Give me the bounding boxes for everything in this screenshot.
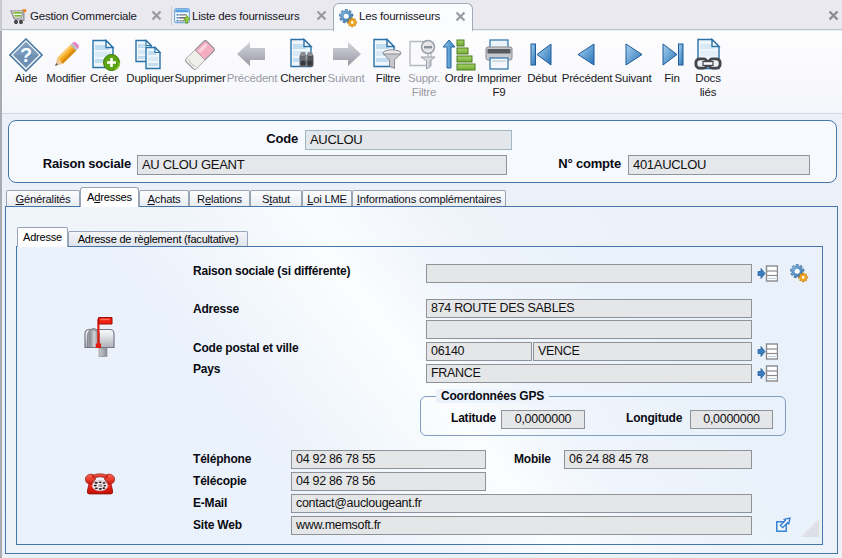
svg-text:?: ?: [20, 44, 32, 66]
